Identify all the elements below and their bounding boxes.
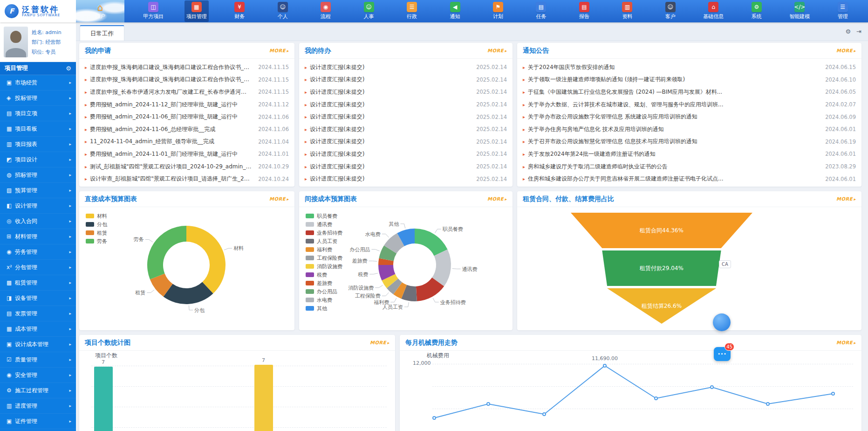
nav-item-hr-icon[interactable]: ☺人事 [357,0,381,22]
list-item[interactable]: ▸设计审查_彭祖新城"四馆"景观工程设计项目_请选择_胡广生_2024-10-2… [85,173,289,185]
legend-item[interactable]: 税费 [306,271,342,279]
list-item[interactable]: ▸关于2024年国庆节放假安排的通知2024.06.15 [523,61,856,74]
bar[interactable] [254,365,273,431]
nav-item-report-icon[interactable]: ▤报告 [572,0,596,22]
nav-item-personal-icon[interactable]: ☺个人 [271,0,295,22]
list-item[interactable]: ▸关于举办住房与房地产信息化 技术及应用培训班的通知2024.06.01 [523,123,856,136]
collapse-icon[interactable]: ⇥ [856,28,861,35]
sidebar-item[interactable]: ▣设计成本管理▸ [0,337,76,352]
tab-daily-work[interactable]: 日常工作 [80,25,124,41]
sidebar-item[interactable]: ▣市场经营▸ [0,75,76,90]
nav-item-task-icon[interactable]: ▤任务 [529,0,553,22]
sidebar-item[interactable]: ◧设计管理▸ [0,198,76,214]
sidebar-item[interactable]: ▣证件管理▸ [0,414,76,429]
more-link[interactable]: MORE▸ [836,48,856,53]
sidebar-item[interactable]: x²分包管理▸ [0,260,76,275]
list-item[interactable]: ▸关于举办大数据、云计算技术在城市建设、规划、管理与服务中的应用培训班...20… [523,98,856,111]
gear-icon[interactable]: ⚙ [66,65,71,72]
list-item[interactable]: ▸设计进度汇报(未提交)2025.02.14 [305,111,507,123]
sidebar-item[interactable]: ▩租赁管理▸ [0,275,76,291]
more-link[interactable]: MORE▸ [487,196,507,202]
list-item[interactable]: ▸设计进度汇报(未提交)2025.02.14 [305,61,507,74]
legend-item[interactable]: 劳务 [86,237,107,245]
nav-item-admin-icon[interactable]: ☰行政 [400,0,424,22]
sidebar-item[interactable]: ▦项目看板▸ [0,121,76,137]
list-item[interactable]: ▸于征集《中国建筑施工行业信息化发展报告 (2024) —BIM应用与发展》材料… [523,86,856,98]
list-item[interactable]: ▸关于召开市政公用设施智慧化管理信息 信息技术与应用培训班的通知2024.06.… [523,136,856,148]
legend-item[interactable]: 办公用品 [306,287,342,296]
legend-item[interactable]: 业务招待费 [306,229,342,237]
nav-item-document-icon[interactable]: ▥资料 [615,0,639,22]
nav-item-owner-project-icon[interactable]: ◫甲方项目 [141,0,165,22]
list-item[interactable]: ▸设计进度汇报(未提交)2025.02.14 [305,173,507,185]
legend-item[interactable]: 差旅费 [306,279,342,287]
list-item[interactable]: ▸设计进度汇报(未提交)2025.02.14 [305,136,507,148]
sidebar-item[interactable]: ▤项目立项▸ [0,106,76,121]
list-item[interactable]: ▸进度款申报_长春市伊通河水力发电厂改建工程_长春市伊通河水力发电...2024… [85,86,289,98]
sidebar-item[interactable]: ◩项目设计▸ [0,152,76,167]
list-item[interactable]: ▸设计进度汇报(未提交)2025.02.14 [305,148,507,160]
nav-item-portal[interactable]: ⌂ 门户 [76,0,124,22]
sidebar-item[interactable]: ⚙施工过程管理▸ [0,383,76,398]
list-item[interactable]: ▸关于发放2024年第24批一级建造师注册证书的通知2024.06.01 [523,148,856,160]
list-item[interactable]: ▸进度款申报_珠海鹤港口建设_珠海鹤港口建设工程合作协议书_admin_...2… [85,74,289,86]
sidebar-item[interactable]: ▤发票管理▸ [0,306,76,321]
sidebar-item[interactable]: ◉安全管理▸ [0,368,76,383]
list-item[interactable]: ▸住房和城乡建设部办公厅关于同意吉林省开展二级建造师注册证书电子化试点...20… [523,173,856,185]
more-link[interactable]: MORE▸ [836,340,856,345]
list-item[interactable]: ▸费用报销_admin_2024-11-06_总经理审批__完成2024.11.… [85,123,289,136]
nav-item-project-mgmt-icon[interactable]: ▦项目管理 [185,0,209,22]
bar[interactable] [94,367,113,431]
nav-item-finance-icon[interactable]: ¥财务 [227,0,252,22]
sidebar-item[interactable]: ▦成本管理▸ [0,321,76,337]
float-ca-widget[interactable]: CA [719,260,731,268]
sidebar-item[interactable]: ◨设备管理▸ [0,291,76,306]
sidebar-item[interactable]: ▥项目报表▸ [0,137,76,152]
list-item[interactable]: ▸设计进度汇报(未提交)2025.02.14 [305,86,507,98]
legend-item[interactable]: 职员餐费 [306,212,342,220]
list-item[interactable]: ▸设计进度汇报(未提交)2025.02.14 [305,98,507,111]
legend-item[interactable]: 福利费 [306,245,342,254]
sidebar-item[interactable]: ◍招标管理▸ [0,167,76,183]
more-link[interactable]: MORE▸ [836,196,856,202]
nav-item-plan-icon[interactable]: ⚑计划 [486,0,510,22]
legend-item[interactable]: 材料 [86,212,107,220]
list-item[interactable]: ▸测试_彭祖新城"四馆"景观工程设计项目_2024-10-29_admin_结束… [85,160,289,173]
nav-item-notice-icon[interactable]: ◀通知 [443,0,467,22]
legend-item[interactable]: 分包 [86,220,107,229]
list-item[interactable]: ▸房和城乡建设厅关于取消二级建造师临时执业证书的公告2023.08.29 [523,160,856,173]
app-logo[interactable]: F 泛普软件 FANPU SOFTWARE [0,0,76,22]
sidebar-item[interactable]: ▧预算管理▸ [0,183,76,198]
legend-item[interactable]: 通讯费 [306,220,342,229]
list-item[interactable]: ▸设计进度汇报(未提交)2025.02.14 [305,123,507,136]
nav-item-customer-icon[interactable]: ☺客户 [658,0,683,22]
list-item[interactable]: ▸11_2024-11-04_admin_经营部_领导审批__完成2024.11… [85,136,289,148]
sidebar-item[interactable]: ☑质量管理▸ [0,352,76,368]
donut-slice[interactable] [186,226,226,293]
donut-slice[interactable] [415,229,448,256]
list-item[interactable]: ▸进度款申报_珠海鹤港口建设_珠海鹤港口建设工程合作协议书_admin_...2… [85,61,289,74]
legend-item[interactable]: 租赁 [86,229,107,237]
nav-item-system-icon[interactable]: ⚙系统 [745,0,769,22]
list-item[interactable]: ▸设计进度汇报(未提交)2025.02.14 [305,74,507,86]
legend-item[interactable]: 其他 [306,304,342,313]
donut-slice[interactable] [147,226,186,279]
nav-item-base-info-icon[interactable]: ⌂基础信息 [701,0,725,22]
list-item[interactable]: ▸关于领取一级注册建造师增项贴的通知 (须持一建证书前来领取)2024.06.1… [523,74,856,86]
list-item[interactable]: ▸设计进度汇报(未提交)2025.02.14 [305,160,507,173]
legend-item[interactable]: 人员工资 [306,237,342,245]
nav-item-workflow-icon[interactable]: ◉流程 [314,0,338,22]
service-float-button[interactable] [713,313,731,331]
sidebar-item[interactable]: ◈投标管理▸ [0,90,76,106]
list-item[interactable]: ▸费用报销_admin_2024-11-12_部门经理审批_胡建_运行中2024… [85,98,289,111]
list-item[interactable]: ▸费用报销_admin_2024-11-01_部门经理审批_胡建_运行中2024… [85,148,289,160]
chat-float-button[interactable]: ··· 45 [714,347,731,361]
more-link[interactable]: MORE▸ [269,48,289,53]
list-item[interactable]: ▸费用报销_admin_2024-11-06_部门经理审批_胡建_运行中2024… [85,111,289,123]
list-item[interactable]: ▸关于举办市政公用设施数字化管理信息 系统建设与应用培训班的通知2024.06.… [523,111,856,123]
sidebar-item[interactable]: ◉劳务管理▸ [0,244,76,260]
sidebar-item[interactable]: ⊞材料管理▸ [0,229,76,244]
sidebar-item[interactable]: ▥进度管理▸ [0,398,76,414]
nav-item-modeling-icon[interactable]: </>智能建模 [787,0,812,22]
settings-small-icon[interactable]: ⚙ [845,28,851,35]
